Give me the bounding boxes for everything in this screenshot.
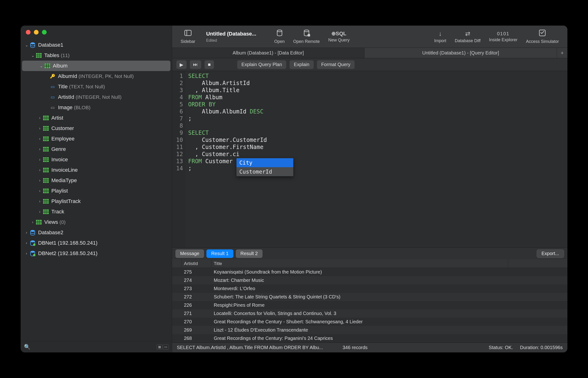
tree-column-albumid[interactable]: 🔑 AlbumId (INTEGER, PK, Not Null) — [21, 71, 172, 81]
explain-plan-button[interactable]: Explain Query Plan — [237, 60, 286, 69]
chevron-down-icon: ⌄ — [39, 64, 43, 68]
open-remote-button[interactable]: Open Remote — [289, 29, 324, 44]
tree-column-title[interactable]: ▭ Title (TEXT, Not Null) — [21, 81, 172, 92]
autocomplete-item[interactable]: CustomerId — [236, 167, 293, 176]
chevron-right-icon: › — [38, 189, 42, 193]
sidebar-search[interactable]: 🔍 — [24, 344, 154, 350]
tree-label: Employee — [51, 136, 75, 142]
cell-artistid: 272 — [182, 294, 211, 300]
toolbar-label: Database Diff — [455, 38, 481, 43]
window-title: Untitled (Database... — [206, 31, 256, 37]
table-icon — [43, 136, 49, 142]
stop-query-button[interactable]: ■ — [205, 60, 214, 69]
chevron-right-icon: › — [38, 158, 42, 162]
access-simulator-button[interactable]: Access Simulator — [522, 29, 563, 44]
tab-query-editor[interactable]: Untitled (Database1) - [Query Editor] — [365, 48, 557, 58]
chevron-right-icon: › — [24, 251, 29, 256]
run-query-button[interactable]: ▶ — [176, 60, 186, 69]
tree-label: Invoice — [51, 157, 68, 163]
results-seg-result2[interactable]: Result 2 — [236, 249, 262, 258]
svg-rect-16 — [43, 126, 49, 131]
table-row[interactable]: 226Respighi:Pines of Rome — [172, 301, 567, 309]
chevron-right-icon: › — [38, 147, 42, 151]
tree-table-invoiceline[interactable]: ›InvoiceLine — [21, 165, 172, 175]
chevron-right-icon: › — [38, 199, 42, 203]
export-button[interactable]: Export... — [537, 249, 564, 258]
tree-col-meta: (INTEGER, PK, Not Null) — [78, 73, 134, 79]
status-query: SELECT Album.ArtistId , Album.Title FROM… — [177, 345, 323, 350]
step-query-button[interactable]: ⏭ — [190, 60, 201, 69]
cell-title: Monteverdi: L'Orfeo — [211, 286, 567, 291]
tree-folder-views[interactable]: › Views (0) — [21, 217, 172, 227]
tab-data-editor[interactable]: Album (Database1) - [Data Editor] — [172, 48, 365, 58]
svg-rect-61 — [36, 220, 42, 225]
explain-button[interactable]: Explain — [289, 60, 314, 69]
layout-toggle-2[interactable]: ▭ — [163, 344, 169, 350]
close-window-button[interactable] — [26, 30, 30, 35]
tree-column-artistid[interactable]: ▭ ArtistId (INTEGER, Not Null) — [21, 92, 172, 102]
svg-rect-31 — [43, 157, 49, 162]
tree-table-invoice[interactable]: ›Invoice — [21, 154, 172, 165]
tree-table-customer[interactable]: ›Customer — [21, 123, 172, 134]
results-seg-message[interactable]: Message — [175, 249, 204, 258]
table-row[interactable]: 268Great Recordings of the Century: Paga… — [172, 334, 567, 342]
col-title[interactable]: Title — [211, 259, 508, 268]
svg-point-67 — [30, 240, 35, 242]
layout-toggle-1[interactable]: ▦ — [157, 344, 162, 350]
tree-table-playlisttrack[interactable]: ›PlaylistTrack — [21, 196, 172, 206]
tree-db-dbnet1[interactable]: › DBNet1 (192.168.50.241) — [21, 238, 172, 248]
import-button[interactable]: ↓ Import — [430, 30, 450, 43]
table-row[interactable]: 274Mozart: Chamber Music — [172, 276, 567, 284]
open-button[interactable]: Open — [270, 29, 289, 44]
minimize-window-button[interactable] — [34, 30, 39, 35]
table-icon — [43, 209, 49, 215]
table-row[interactable]: 269Liszt - 12 Études D'Execution Transce… — [172, 326, 567, 334]
autocomplete-popup[interactable]: City CustomerId — [236, 158, 293, 176]
cell-title: Great Recordings of the Century: Paganin… — [211, 336, 567, 341]
svg-rect-41 — [43, 178, 49, 183]
tree-db-dbnet2[interactable]: › DBNet2 (192.168.50.241) — [21, 248, 172, 259]
new-query-button[interactable]: ⊕SQL New Query — [324, 30, 354, 43]
tree-table-album[interactable]: ⌄ Album — [22, 61, 170, 71]
tree-table-mediatype[interactable]: ›MediaType — [21, 175, 172, 186]
table-row[interactable]: 275Koyaanisqatsi (Soundtrack from the Mo… — [172, 268, 567, 276]
tree-table-employee[interactable]: ›Employee — [21, 134, 172, 144]
tree-count: (11) — [61, 53, 70, 58]
tree-table-artist[interactable]: ›Artist — [21, 113, 172, 123]
table-icon — [43, 115, 49, 121]
tree-table-playlist[interactable]: ›Playlist — [21, 186, 172, 196]
add-tab-button[interactable]: + — [557, 48, 567, 58]
database-diff-button[interactable]: ⇄ Database Diff — [450, 30, 485, 43]
tree-column-image[interactable]: ▭ Image (BLOB) — [21, 102, 172, 113]
sql-editor[interactable]: 1234567891011121314 SELECT Album.ArtistI… — [172, 71, 567, 247]
svg-point-74 — [304, 30, 309, 32]
toggle-sidebar-button[interactable]: Sidebar — [176, 29, 199, 44]
table-row[interactable]: 270Great Recordings of the Century - Shu… — [172, 318, 567, 326]
table-row[interactable]: 271Locatelli: Concertos for Violin, Stri… — [172, 309, 567, 318]
cell-artistid: 226 — [182, 302, 211, 308]
tree-table-genre[interactable]: ›Genre — [21, 144, 172, 154]
table-row[interactable]: 273Monteverdi: L'Orfeo — [172, 284, 567, 293]
cell-title: Locatelli: Concertos for Violin, Strings… — [211, 311, 567, 316]
svg-point-0 — [30, 42, 35, 44]
tree-folder-tables[interactable]: ⌄ Tables (11) — [21, 50, 172, 61]
tree-db-database2[interactable]: › Database2 — [21, 227, 172, 238]
fullscreen-window-button[interactable] — [42, 30, 47, 35]
table-row[interactable]: 272Schubert: The Late String Quartets & … — [172, 293, 567, 301]
inside-explorer-button[interactable]: 0101 Inside Explorer — [485, 31, 522, 42]
tree-label: Database2 — [38, 230, 63, 236]
column-icon: ▭ — [50, 94, 56, 100]
main-toolbar: Sidebar Untitled (Database... Edited Ope… — [172, 26, 567, 48]
table-icon — [43, 146, 49, 152]
autocomplete-item[interactable]: City — [236, 158, 293, 167]
format-query-button[interactable]: Format Query — [317, 60, 355, 69]
binary-icon: 0101 — [497, 31, 510, 37]
database-icon — [30, 230, 36, 236]
col-artistid[interactable]: ArtistId — [182, 259, 211, 268]
tree-db-database1[interactable]: ⌄ Database1 — [21, 40, 172, 50]
results-seg-result1[interactable]: Result 1 — [206, 249, 233, 258]
cell-title: Mozart: Chamber Music — [211, 278, 567, 283]
tree-table-track[interactable]: ›Track — [21, 206, 172, 217]
tree-label: DBNet1 (192.168.50.241) — [38, 240, 98, 246]
table-icon — [43, 167, 49, 173]
